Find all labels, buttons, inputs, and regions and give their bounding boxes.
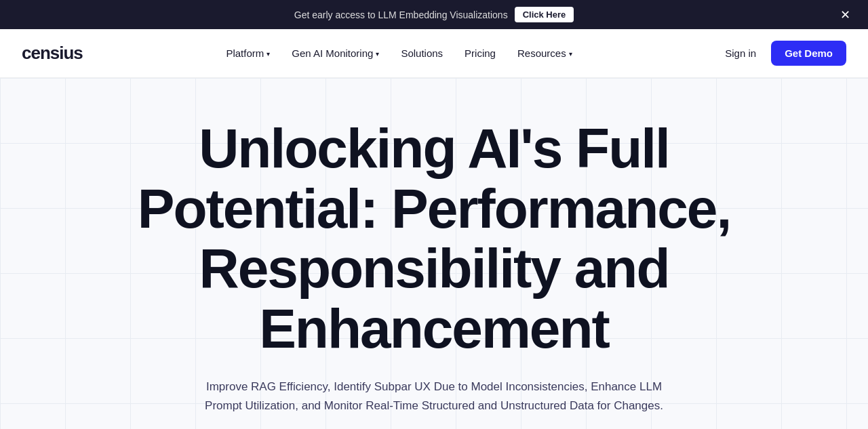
banner-text: Get early access to LLM Embedding Visual… [294, 9, 508, 20]
logo[interactable]: censius [22, 43, 83, 64]
banner-close-button[interactable]: ✕ [835, 5, 854, 24]
platform-chevron-icon: ▾ [267, 50, 270, 58]
sign-in-link[interactable]: Sign in [715, 42, 766, 64]
nav-item-pricing[interactable]: Pricing [455, 42, 505, 64]
hero-title: Unlocking AI's Full Potential: Performan… [95, 119, 773, 359]
gen-ai-chevron-icon: ▾ [376, 50, 379, 58]
nav-item-gen-ai[interactable]: Gen AI Monitoring ▾ [282, 42, 389, 64]
announcement-banner: Get early access to LLM Embedding Visual… [0, 0, 868, 29]
hero-content: Unlocking AI's Full Potential: Performan… [95, 119, 773, 429]
navbar: censius Platform ▾ Gen AI Monitoring ▾ S… [0, 29, 868, 78]
nav-item-platform[interactable]: Platform ▾ [216, 42, 279, 64]
hero-subtitle: Improve RAG Efficiency, Identify Subpar … [190, 377, 678, 415]
main-nav: Platform ▾ Gen AI Monitoring ▾ Solutions… [216, 42, 581, 64]
resources-chevron-icon: ▾ [569, 50, 572, 58]
nav-item-resources[interactable]: Resources ▾ [508, 42, 582, 64]
click-here-button[interactable]: Click Here [515, 7, 574, 22]
nav-actions: Sign in Get Demo [715, 41, 846, 66]
hero-section: Unlocking AI's Full Potential: Performan… [0, 78, 868, 429]
nav-item-solutions[interactable]: Solutions [391, 42, 452, 64]
get-demo-button[interactable]: Get Demo [771, 41, 846, 66]
